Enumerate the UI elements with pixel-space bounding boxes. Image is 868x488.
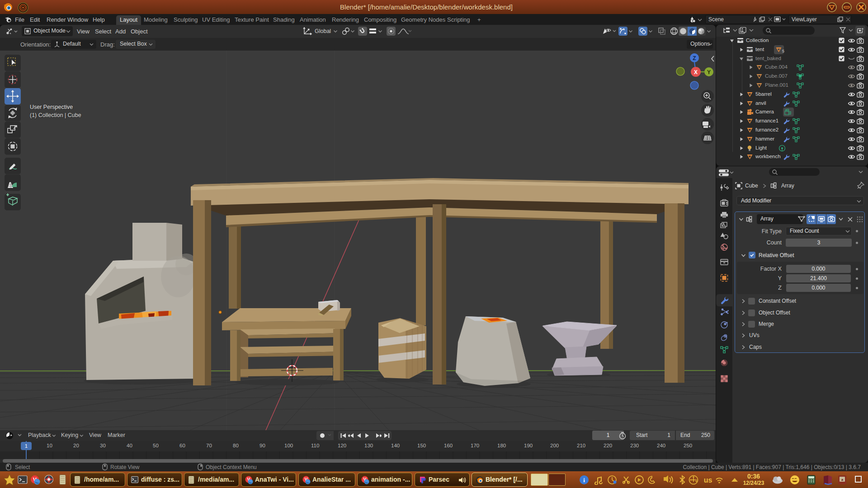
svg-text:i: i <box>583 477 585 483</box>
svg-text:us: us <box>704 476 712 484</box>
svg-text:Z: Z <box>693 55 696 61</box>
svg-text:X: X <box>694 69 698 75</box>
svg-text:a: a <box>841 477 844 482</box>
svg-text:Y: Y <box>707 69 711 75</box>
